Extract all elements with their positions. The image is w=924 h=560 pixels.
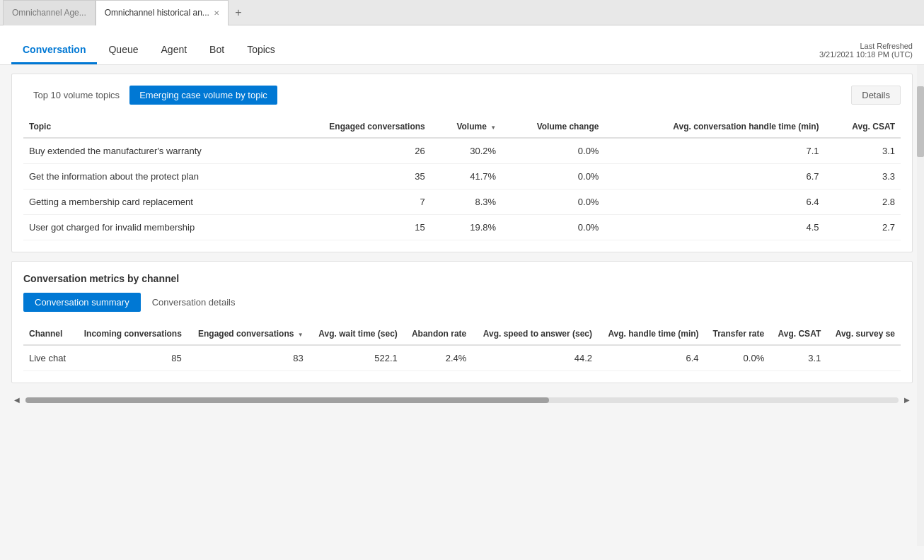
vertical-scrollbar[interactable] xyxy=(917,65,924,546)
topics-table-row: Getting a membership card replacement 7 … xyxy=(23,189,901,215)
avg-wait-col-header: Avg. wait time (sec) xyxy=(309,323,403,345)
conversation-summary-tab[interactable]: Conversation summary xyxy=(23,293,141,312)
metrics-card: Conversation metrics by channel Conversa… xyxy=(11,261,913,383)
topics-table-row: Buy extended the manufacturer's warranty… xyxy=(23,138,901,164)
scroll-left-icon[interactable]: ◀ xyxy=(11,395,23,405)
topic-cell: User got charged for invalid membership xyxy=(23,215,281,240)
engaged-col-header: Engaged conversations xyxy=(281,116,431,138)
topics-card: Top 10 volume topics Emerging case volum… xyxy=(11,74,913,252)
engaged-conv-col-header: Engaged conversations ▼ xyxy=(187,323,309,345)
topics-table: Topic Engaged conversations Volume ▼ Vol… xyxy=(23,116,901,240)
topic-cell: Get the information about the protect pl… xyxy=(23,164,281,189)
top10-tab-button[interactable]: Top 10 volume topics xyxy=(23,86,129,105)
scroll-track[interactable] xyxy=(25,397,899,403)
avg-handle-m-col-header: Avg. handle time (min) xyxy=(598,323,705,345)
volume-sort-icon[interactable]: ▼ xyxy=(490,124,496,131)
topics-table-row: Get the information about the protect pl… xyxy=(23,164,901,189)
scroll-thumb[interactable] xyxy=(25,397,549,403)
horizontal-scrollbar[interactable]: ◀ ▶ xyxy=(11,392,913,408)
engaged-sort-icon[interactable]: ▼ xyxy=(298,332,304,338)
nav-tabs: Conversation Queue Agent Bot Topics xyxy=(11,38,287,64)
details-button[interactable]: Details xyxy=(851,86,901,105)
metrics-table-row: Live chat 85 83 522.1 2.4% 44.2 6.4 0.0%… xyxy=(23,345,901,371)
nav-tab-bot[interactable]: Bot xyxy=(198,38,236,64)
volume-cell: 19.8% xyxy=(431,215,502,240)
avg-handle-cell: 4.5 xyxy=(604,215,824,240)
volume-cell: 30.2% xyxy=(431,138,502,164)
channel-col-header: Channel xyxy=(23,323,74,345)
last-refreshed-info: Last Refreshed 3/21/2021 10:18 PM (UTC) xyxy=(819,42,913,64)
nav-tab-conversation[interactable]: Conversation xyxy=(11,38,97,64)
avg-csat-cell: 3.1 xyxy=(825,138,901,164)
avg-handle-cell: 6.4 xyxy=(598,345,705,371)
avg-csat-cell: 3.1 xyxy=(770,345,826,371)
avg-handle-col-header: Avg. conversation handle time (min) xyxy=(604,116,824,138)
engaged-cell: 7 xyxy=(281,189,431,215)
browser-tab-1[interactable]: Omnichannel Age... xyxy=(3,0,96,25)
avg-handle-cell: 6.4 xyxy=(604,189,824,215)
volume-change-cell: 0.0% xyxy=(502,164,604,189)
engaged-cell: 26 xyxy=(281,138,431,164)
volume-change-cell: 0.0% xyxy=(502,215,604,240)
topics-table-row: User got charged for invalid membership … xyxy=(23,215,901,240)
app-header: Conversation Queue Agent Bot Topics Last… xyxy=(0,25,924,65)
conversation-details-tab[interactable]: Conversation details xyxy=(141,293,247,312)
nav-tab-agent[interactable]: Agent xyxy=(150,38,199,64)
nav-tab-topics[interactable]: Topics xyxy=(236,38,287,64)
topic-cell: Getting a membership card replacement xyxy=(23,189,281,215)
abandon-rate-col-header: Abandon rate xyxy=(403,323,472,345)
channel-cell: Live chat xyxy=(23,345,74,371)
emerging-tab-button[interactable]: Emerging case volume by topic xyxy=(129,86,277,105)
topics-table-header: Topic Engaged conversations Volume ▼ Vol… xyxy=(23,116,901,138)
avg-csat-cell: 2.8 xyxy=(825,189,901,215)
volume-cell: 8.3% xyxy=(431,189,502,215)
avg-survey-col-header: Avg. survey se xyxy=(826,323,901,345)
browser-tab-bar: Omnichannel Age... Omnichannel historica… xyxy=(0,0,924,25)
avg-handle-cell: 7.1 xyxy=(604,138,824,164)
close-icon[interactable]: ✕ xyxy=(214,9,219,17)
avg-csat-cell: 2.7 xyxy=(825,215,901,240)
engaged-cell: 15 xyxy=(281,215,431,240)
metrics-sub-tabs: Conversation summary Conversation detail… xyxy=(23,293,901,312)
volume-change-cell: 0.0% xyxy=(502,138,604,164)
volume-cell: 41.7% xyxy=(431,164,502,189)
avg-survey-cell xyxy=(826,345,901,371)
avg-speed-col-header: Avg. speed to answer (sec) xyxy=(472,323,598,345)
avg-wait-cell: 522.1 xyxy=(309,345,403,371)
engaged-cell: 35 xyxy=(281,164,431,189)
transfer-rate-cell: 0.0% xyxy=(705,345,770,371)
topics-tabs-left: Top 10 volume topics Emerging case volum… xyxy=(23,86,277,105)
vertical-scrollbar-thumb[interactable] xyxy=(917,86,924,157)
engaged-cell: 83 xyxy=(187,345,309,371)
volume-change-cell: 0.0% xyxy=(502,189,604,215)
metrics-section-title: Conversation metrics by channel xyxy=(23,273,901,284)
avg-speed-cell: 44.2 xyxy=(472,345,598,371)
incoming-cell: 85 xyxy=(74,345,187,371)
topic-col-header: Topic xyxy=(23,116,281,138)
avg-csat-col-header: Avg. CSAT xyxy=(825,116,901,138)
volume-col-header: Volume ▼ xyxy=(431,116,502,138)
new-tab-button[interactable]: + xyxy=(229,3,248,23)
browser-tab-1-label: Omnichannel Age... xyxy=(12,8,86,18)
volume-change-col-header: Volume change xyxy=(502,116,604,138)
avg-handle-cell: 6.7 xyxy=(604,164,824,189)
transfer-rate-col-header: Transfer rate xyxy=(705,323,770,345)
metrics-table: Channel Incoming conversations Engaged c… xyxy=(23,323,901,371)
avg-csat-cell: 3.3 xyxy=(825,164,901,189)
browser-tab-2[interactable]: Omnichannel historical an... ✕ xyxy=(96,0,229,25)
nav-tab-queue[interactable]: Queue xyxy=(97,38,149,64)
topic-cell: Buy extended the manufacturer's warranty xyxy=(23,138,281,164)
abandon-rate-cell: 2.4% xyxy=(403,345,472,371)
avg-csat-m-col-header: Avg. CSAT xyxy=(770,323,826,345)
metrics-table-header: Channel Incoming conversations Engaged c… xyxy=(23,323,901,345)
incoming-col-header: Incoming conversations xyxy=(74,323,187,345)
scroll-right-icon[interactable]: ▶ xyxy=(901,395,913,405)
main-content: Top 10 volume topics Emerging case volum… xyxy=(0,65,924,560)
browser-tab-2-label: Omnichannel historical an... xyxy=(105,8,209,18)
topics-tab-bar: Top 10 volume topics Emerging case volum… xyxy=(23,86,901,105)
